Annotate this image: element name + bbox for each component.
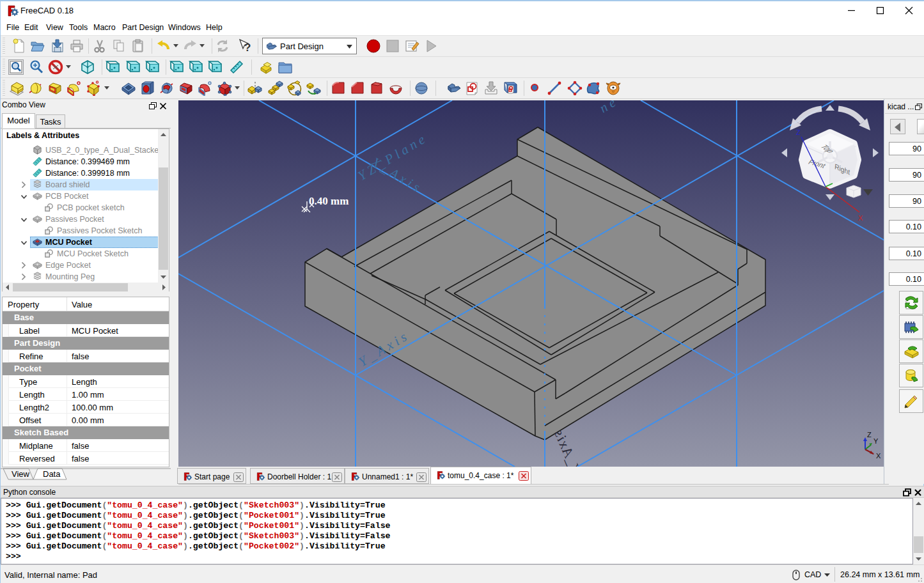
svg-text:View: View: [12, 469, 30, 479]
svg-text:Y: Y: [873, 437, 879, 445]
svg-text:Z: Z: [867, 431, 872, 439]
svg-text:0.40 mm: 0.40 mm: [309, 195, 348, 207]
svg-text:Z: Z: [796, 128, 801, 136]
svg-text:X: X: [858, 214, 863, 222]
svg-text:X: X: [876, 452, 881, 460]
svg-text:?: ?: [244, 42, 251, 54]
svg-text:Data: Data: [43, 469, 61, 479]
